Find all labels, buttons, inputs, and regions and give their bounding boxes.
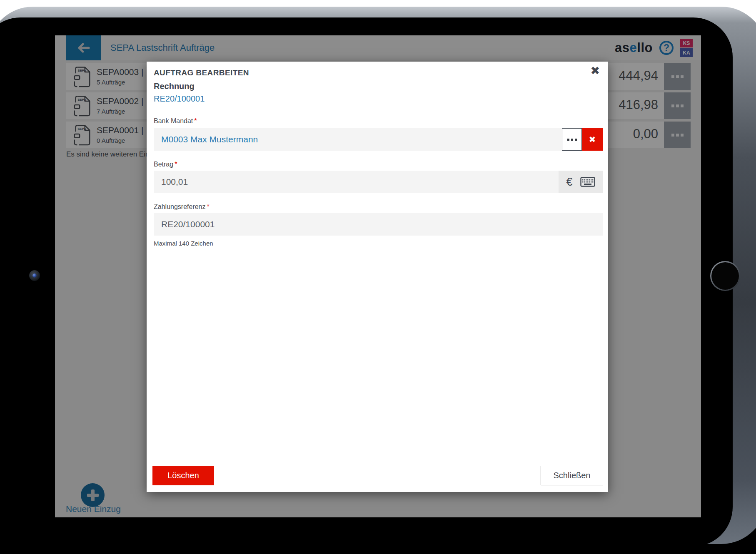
max-length-hint: Maximal 140 Zeichen <box>154 240 213 247</box>
bank-mandat-browse-button[interactable] <box>562 128 582 151</box>
edit-order-dialog: AUFTRAG BEARBEITEN ✖ Rechnung RE20/10000… <box>147 62 608 492</box>
dialog-subtitle: Rechnung <box>154 82 195 91</box>
invoice-reference-link[interactable]: RE20/100001 <box>154 94 205 104</box>
camera-lens <box>32 273 37 278</box>
betrag-field[interactable]: 100,01 € <box>154 171 603 193</box>
bank-mandat-clear-button[interactable]: ✖ <box>582 128 603 151</box>
front-camera <box>29 270 40 281</box>
delete-button[interactable]: Löschen <box>152 466 214 485</box>
euro-icon: € <box>566 176 572 189</box>
tablet-mockup: SEPA Lastschrift Aufträge asello ? KS KA <box>0 0 756 554</box>
zahlungsreferenz-value: RE20/100001 <box>161 213 215 236</box>
required-asterisk: * <box>207 203 210 210</box>
bank-mandat-value: M0003 Max Mustermann <box>161 128 258 151</box>
betrag-tools: € <box>559 171 603 193</box>
betrag-value: 100,01 <box>161 171 188 193</box>
bank-mandat-label: Bank Mandat* <box>154 117 197 125</box>
betrag-label: Betrag* <box>154 161 177 168</box>
required-asterisk: * <box>175 161 177 168</box>
dialog-title: AUFTRAG BEARBEITEN <box>154 68 249 77</box>
bank-mandat-field[interactable]: M0003 Max Mustermann ✖ <box>154 128 603 151</box>
required-asterisk: * <box>194 117 197 124</box>
clear-x-icon: ✖ <box>589 134 596 144</box>
home-button[interactable] <box>710 261 740 291</box>
close-button[interactable]: Schließen <box>541 466 603 485</box>
app-screen: SEPA Lastschrift Aufträge asello ? KS KA <box>55 35 701 517</box>
keyboard-icon[interactable] <box>580 177 595 187</box>
zahlungsreferenz-label: Zahlungsreferenz* <box>154 203 210 211</box>
dialog-close-icon[interactable]: ✖ <box>588 65 602 77</box>
zahlungsreferenz-field[interactable]: RE20/100001 <box>154 213 603 236</box>
